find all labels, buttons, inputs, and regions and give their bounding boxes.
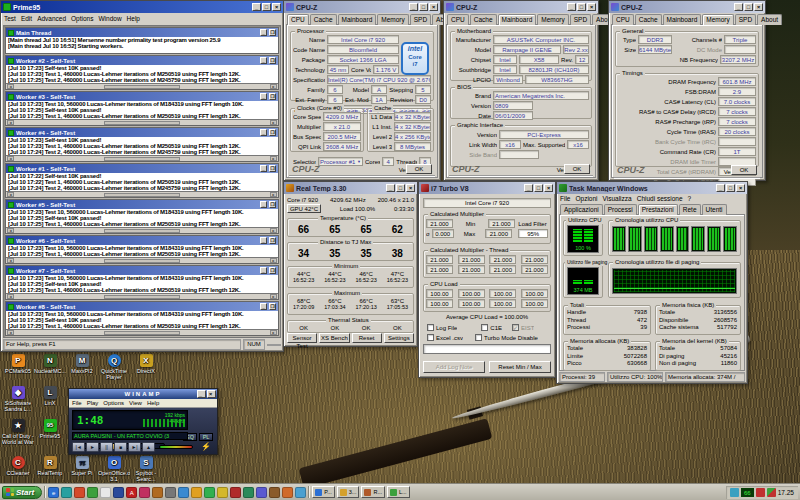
desktop-icon-sandra[interactable]: ◆SiSoftware Sandra L... [2,386,34,412]
horizontal-scrollbar[interactable]: ◄► [6,191,278,197]
scroll-left-icon[interactable]: ◄ [7,294,14,299]
tab-users[interactable]: Utenti [702,204,727,215]
tab-mainboard[interactable]: Mainboard [338,14,377,25]
restore-icon[interactable]: ❐ [269,93,276,100]
child-titlebar[interactable]: Worker #4 - Self-Test_❐ [6,128,278,137]
scroll-right-icon[interactable]: ► [270,294,277,299]
minimize-icon[interactable]: _ [260,129,267,136]
ok-button[interactable]: OK [406,164,432,174]
scrollbar-thumb[interactable] [104,85,180,89]
quicklaunch-icon[interactable]: e [48,487,59,498]
maximize-icon[interactable]: □ [744,3,753,11]
winamp-titlebar[interactable]: WINAMP _× [69,389,217,399]
horizontal-scrollbar[interactable]: ◄► [6,293,278,299]
minimize-icon[interactable]: _ [260,303,267,310]
restore-icon[interactable]: ❐ [269,303,276,310]
scroll-right-icon[interactable]: ► [270,192,277,197]
quicklaunch-icon[interactable] [100,487,111,498]
scroll-right-icon[interactable]: ► [270,228,277,233]
sensor-test-button[interactable]: Sensor Test [287,333,317,343]
tab-memory[interactable]: Memory [377,14,408,25]
scrollbar-thumb[interactable] [104,121,180,125]
quicklaunch-icon[interactable] [295,487,306,498]
clock[interactable]: 17.25 [778,489,794,496]
minimize-icon[interactable]: _ [734,3,743,11]
minimize-icon[interactable]: _ [260,201,267,208]
minimize-icon[interactable]: _ [260,57,267,64]
tab-memory[interactable]: Memory [702,14,733,25]
next-button[interactable]: ►| [128,442,141,452]
tab-cpu[interactable]: CPU [612,14,634,25]
restore-icon[interactable]: ❐ [269,57,276,64]
gpu-temp-button[interactable]: GPU 42°C [287,204,321,213]
tab-processes[interactable]: Processi [604,204,637,215]
tab-cache[interactable]: Cache [470,14,497,25]
desktop-icon-ccleaner[interactable]: CCCleaner [2,456,34,476]
quicklaunch-icon[interactable] [61,487,72,498]
settings-button[interactable]: Settings [384,333,414,343]
scrollbar-thumb[interactable] [104,331,180,335]
processor-selector[interactable]: Processor #1▼ [318,157,363,166]
prime95-titlebar[interactable]: Prime95 _ □ × [1,1,283,13]
desktop-icon-nuclearmc[interactable]: NNuclearMC... [34,354,66,374]
desktop-icon-directx[interactable]: XDirectX [130,354,162,374]
quicklaunch-icon[interactable] [217,487,228,498]
cpuz-titlebar[interactable]: CPU-Z _□× [609,1,765,13]
scroll-left-icon[interactable]: ◄ [7,120,14,125]
quicklaunch-icon[interactable] [243,487,254,498]
quicklaunch-icon[interactable] [282,487,293,498]
close-icon[interactable]: × [207,390,216,398]
scroll-right-icon[interactable]: ► [270,330,277,335]
reset-min-max-button[interactable]: Reset Min / Max [489,361,551,373]
scroll-left-icon[interactable]: ◄ [7,228,14,233]
scroll-left-icon[interactable]: ◄ [7,192,14,197]
restore-icon[interactable]: ❐ [269,29,276,36]
child-titlebar[interactable]: Worker #8 - Self-Test_❐ [6,302,278,311]
child-titlebar[interactable]: Worker #5 - Self-Test_❐ [6,200,278,209]
close-icon[interactable]: × [406,184,415,192]
cpuz-titlebar[interactable]: CPU-Z _□× [444,1,598,13]
maximize-icon[interactable]: □ [726,184,735,192]
minimize-icon[interactable]: _ [260,93,267,100]
horizontal-scrollbar[interactable]: ◄► [6,227,278,233]
scroll-left-icon[interactable]: ◄ [7,330,14,335]
close-icon[interactable]: × [429,3,438,11]
desktop-icon-superpi[interactable]: πSuper Pi [66,456,98,476]
taskbar-window-button[interactable]: R... [361,486,385,498]
tray-icon[interactable] [767,488,776,497]
excel-csv-checkbox[interactable] [427,334,434,341]
taskbar-window-button[interactable]: L... [387,486,410,498]
tab-about[interactable]: About [757,14,782,25]
restore-icon[interactable]: ❐ [269,165,276,172]
quicklaunch-icon[interactable] [230,487,241,498]
load-filter-input[interactable]: 95% [518,229,548,238]
playlist-button[interactable]: PL [199,433,213,441]
menu-help[interactable]: ? [688,195,692,202]
eist-checkbox[interactable]: ✓ [512,324,519,331]
horizontal-scrollbar[interactable]: ◄► [6,257,278,263]
menu-view[interactable]: View [129,400,142,406]
desktop-icon-openoffice[interactable]: OOpenOffice.org 3.1 [98,456,130,482]
reset-button[interactable]: Reset [352,333,382,343]
close-icon[interactable]: × [587,3,596,11]
horizontal-scrollbar[interactable]: ◄► [6,329,278,335]
maximize-icon[interactable]: □ [577,3,586,11]
restore-icon[interactable]: ❐ [269,201,276,208]
scrollbar-thumb[interactable] [104,229,180,233]
scroll-right-icon[interactable]: ► [270,156,277,161]
minimize-icon[interactable]: _ [260,29,267,36]
volume-slider[interactable] [159,445,193,449]
scroll-left-icon[interactable]: ◄ [7,258,14,263]
child-titlebar[interactable]: Worker #1 - Self-Test_❐ [6,164,278,173]
minimize-icon[interactable]: _ [197,390,206,398]
quicklaunch-icon[interactable]: A [126,487,137,498]
turbo-mode-disable-checkbox[interactable] [475,334,482,341]
minimize-icon[interactable]: _ [386,184,395,192]
tab-spd[interactable]: SPD [410,14,431,25]
minimize-icon[interactable]: _ [524,184,533,192]
previous-button[interactable]: |◄ [72,442,85,452]
desktop-icon-cod-waw[interactable]: ★Call of Duty - World at War [2,419,34,445]
desktop-icon-linx[interactable]: LLinX [34,386,66,406]
minimize-icon[interactable]: _ [567,3,576,11]
menu-help[interactable]: Help [147,400,159,406]
